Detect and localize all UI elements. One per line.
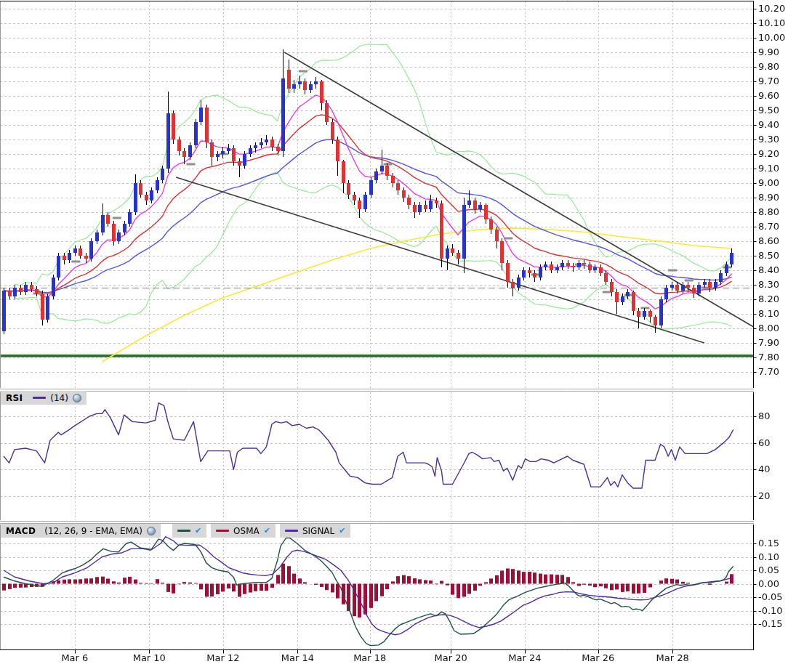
signal-legend-label: SIGNAL [302, 526, 334, 536]
osma-checkbox-checked-icon[interactable]: ✔ [264, 527, 270, 535]
macd-line-swatch [177, 530, 190, 532]
rsi-legend-box: RSI (14) [1, 391, 87, 405]
osma-line-swatch [216, 530, 229, 532]
signal-checkbox-checked-icon[interactable]: ✔ [339, 527, 345, 535]
rsi-legend-title: RSI [6, 393, 23, 403]
macd-legend: MACD (12, 26, 9 - EMA, EMA) ✔ OSMA ✔ SIG… [1, 525, 350, 537]
macd-legend-box: MACD (12, 26, 9 - EMA, EMA) [1, 524, 161, 538]
chart-canvas[interactable] [0, 0, 788, 672]
macd-legend-params: (12, 26, 9 - EMA, EMA) [44, 526, 142, 536]
rsi-line-swatch [33, 397, 46, 399]
macd-legend-title: MACD [6, 526, 36, 536]
rsi-legend: RSI (14) [1, 392, 87, 404]
rsi-legend-params: (14) [50, 393, 68, 403]
macd-series-toggle: ✔ [172, 524, 206, 538]
signal-series-toggle: SIGNAL ✔ [280, 524, 351, 538]
osma-series-toggle: OSMA ✔ [211, 524, 276, 538]
macd-settings-globe-icon[interactable] [147, 527, 156, 535]
macd-checkbox-checked-icon[interactable]: ✔ [195, 527, 201, 535]
stock-chart-app: 7.707.807.908.008.108.208.308.408.508.60… [0, 0, 788, 672]
rsi-settings-globe-icon[interactable] [73, 394, 81, 402]
signal-line-swatch [285, 530, 298, 532]
osma-legend-label: OSMA [233, 526, 260, 536]
